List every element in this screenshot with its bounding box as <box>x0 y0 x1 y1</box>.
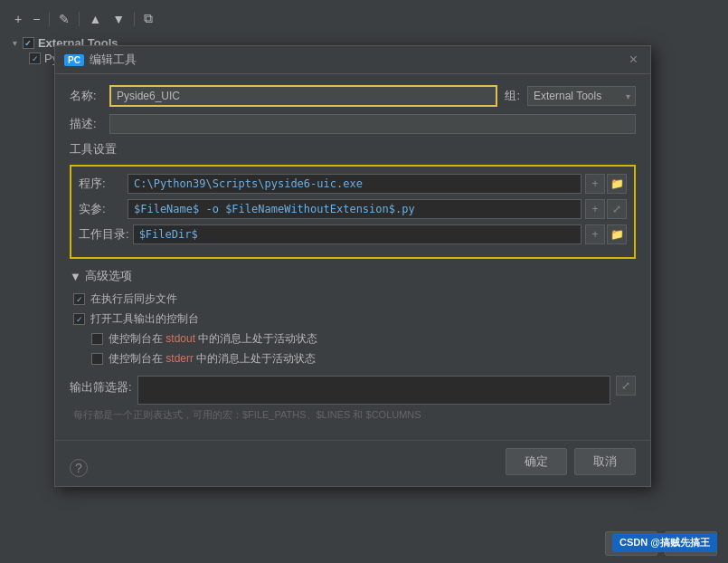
watermark: CSDN @搞贼先搞王 <box>612 533 717 552</box>
check2-label: 打开工具输出的控制台 <box>90 311 199 327</box>
args-label: 实参: <box>79 201 124 217</box>
advanced-triangle-icon: ▼ <box>70 270 81 283</box>
help-button[interactable]: ? <box>70 459 88 477</box>
modal-close-button[interactable]: × <box>626 52 641 68</box>
modal-title-icon: PC <box>64 54 84 66</box>
desc-input[interactable] <box>109 114 636 134</box>
args-input[interactable] <box>128 199 581 219</box>
desc-row: 描述: <box>70 114 636 134</box>
args-side-buttons: + ⤢ <box>585 199 627 219</box>
args-expand-button[interactable]: ⤢ <box>607 199 627 219</box>
program-row: 程序: + 📁 <box>79 174 627 194</box>
workdir-side-buttons: + 📁 <box>585 224 627 244</box>
output-expand-button[interactable]: ⤢ <box>616 376 636 396</box>
check4-label: 使控制台在 stderr 中的消息上处于活动状态 <box>109 351 316 367</box>
check1-label: 在执行后同步文件 <box>90 291 177 307</box>
program-label: 程序: <box>79 176 124 192</box>
triangle-icon: ▼ <box>11 39 19 48</box>
output-textarea[interactable] <box>137 376 610 405</box>
parent-checkbox[interactable]: ✓ <box>23 37 34 49</box>
advanced-section: ▼ 高级选项 ✓ 在执行后同步文件 ✓ 打开工具输出的控制台 使控制台在 std… <box>70 268 636 367</box>
modal-confirm-button[interactable]: 确定 <box>506 448 567 475</box>
name-label: 名称: <box>70 88 102 104</box>
modal-bottom-buttons: ? 确定 取消 <box>55 440 650 486</box>
program-side-buttons: + 📁 <box>585 174 627 194</box>
modal-body: 名称: 组: External Tools ▾ 描述: 工具设置 程序: <box>55 74 650 440</box>
down-button[interactable]: ▼ <box>109 10 128 28</box>
workdir-label: 工作目录: <box>79 226 129 243</box>
workdir-row: 工作目录: + 📁 <box>79 224 627 244</box>
group-select-wrapper: External Tools ▾ <box>527 86 636 106</box>
group-select[interactable]: External Tools <box>527 86 636 106</box>
check3-label: 使控制台在 stdout 中的消息上处于活动状态 <box>109 331 317 347</box>
check4-row: 使控制台在 stderr 中的消息上处于活动状态 <box>91 351 636 367</box>
advanced-label: 高级选项 <box>85 268 132 284</box>
output-row: 输出筛选器: ⤢ <box>70 376 636 405</box>
toolbar-separator2 <box>79 12 80 26</box>
desc-label: 描述: <box>70 116 102 132</box>
up-button[interactable]: ▲ <box>85 10 105 28</box>
output-label: 输出筛选器: <box>70 376 132 396</box>
toolbar: + − ✎ ▲ ▼ ⧉ <box>7 7 721 30</box>
group-label: 组: <box>505 88 520 104</box>
toolbar-separator <box>49 12 50 26</box>
args-add-button[interactable]: + <box>585 199 605 219</box>
add-button[interactable]: + <box>11 10 25 28</box>
program-folder-button[interactable]: 📁 <box>607 174 627 194</box>
edit-button[interactable]: ✎ <box>55 10 73 28</box>
check3-row: 使控制台在 stdout 中的消息上处于活动状态 <box>91 331 636 347</box>
program-input[interactable] <box>128 174 581 194</box>
program-add-button[interactable]: + <box>585 174 605 194</box>
workdir-folder-button[interactable]: 📁 <box>607 224 627 244</box>
remove-button[interactable]: − <box>29 10 43 28</box>
advanced-title[interactable]: ▼ 高级选项 <box>70 268 636 284</box>
check2-checkbox[interactable]: ✓ <box>73 313 85 325</box>
modal-titlebar: PC 编辑工具 × <box>55 46 650 74</box>
check3-checkbox[interactable] <box>91 333 103 345</box>
check2-row: ✓ 打开工具输出的控制台 <box>73 311 636 327</box>
name-input[interactable] <box>109 85 497 107</box>
child-checkbox[interactable]: ✓ <box>29 52 41 64</box>
tool-settings-box: 程序: + 📁 实参: + ⤢ 工作目录: <box>70 165 636 259</box>
check1-row: ✓ 在执行后同步文件 <box>73 291 636 307</box>
copy-button[interactable]: ⧉ <box>140 9 156 28</box>
args-row: 实参: + ⤢ <box>79 199 627 219</box>
check4-checkbox[interactable] <box>91 353 103 365</box>
modal-cancel-button[interactable]: 取消 <box>574 448 636 475</box>
workdir-input[interactable] <box>133 224 581 244</box>
modal-title-text: 编辑工具 <box>90 52 620 68</box>
check1-checkbox[interactable]: ✓ <box>73 293 85 305</box>
toolbar-separator3 <box>134 12 135 26</box>
workdir-add-button[interactable]: + <box>585 224 605 244</box>
modal-dialog: PC 编辑工具 × 名称: 组: External Tools ▾ 描述: 工具… <box>54 45 651 487</box>
output-hint: 每行都是一个正则表达式，可用的宏：$FILE_PATHS、$LINES 和 $C… <box>73 408 636 422</box>
tool-settings-title: 工具设置 <box>70 141 636 157</box>
name-row: 名称: 组: External Tools ▾ <box>70 85 636 107</box>
